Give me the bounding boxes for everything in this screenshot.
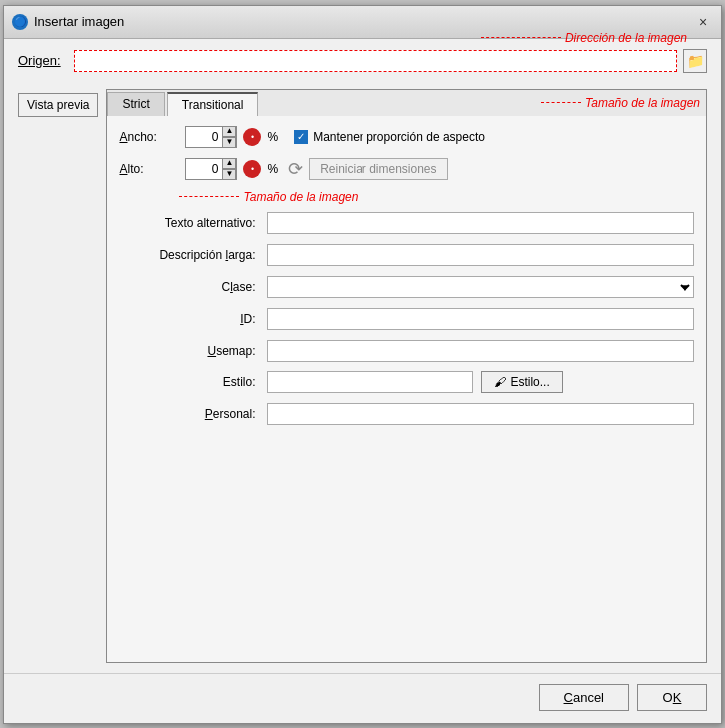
maintain-aspect-label: Mantener proporción de aspecto (313, 130, 485, 144)
maintain-aspect-checkbox[interactable]: ✓ (294, 130, 308, 144)
left-panel: Vista previa (18, 89, 98, 663)
width-label: Ancho: (119, 130, 179, 144)
style-btn-label: Estilo... (510, 375, 549, 389)
ok-button[interactable]: OK (637, 684, 707, 711)
maintain-aspect-row: ✓ Mantener proporción de aspecto (294, 130, 485, 144)
style-label: Estilo: (119, 375, 259, 389)
tab-panel: Strict Transitional Tamaño de la imagen … (106, 89, 707, 663)
id-label: ID: (119, 312, 259, 326)
class-select[interactable] (267, 276, 694, 298)
style-input[interactable] (267, 371, 473, 393)
width-percent-icon[interactable]: • (243, 128, 261, 146)
width-up-button[interactable]: ▲ (222, 126, 236, 137)
tab-strict[interactable]: Strict (107, 92, 164, 116)
alt-text-label: Texto alternativo: (119, 216, 259, 230)
width-down-button[interactable]: ▼ (222, 137, 236, 148)
class-label: Clase: (119, 280, 259, 294)
class-row: Clase: ▼ (119, 276, 694, 298)
content-area: Origen: 📁 Dirección de la imagen Vista p… (4, 39, 721, 673)
width-percent-label: % (267, 130, 278, 144)
origin-section: Origen: 📁 Dirección de la imagen (18, 49, 707, 81)
cancel-button[interactable]: Cancel (539, 684, 629, 711)
width-input[interactable] (186, 128, 222, 146)
close-button[interactable]: × (693, 12, 713, 32)
origin-row: Origen: 📁 (18, 49, 707, 73)
usemap-label: Usemap: (119, 344, 259, 358)
personal-label: Personal: (119, 407, 259, 421)
personal-input[interactable] (267, 403, 694, 425)
height-percent-dot: • (251, 164, 254, 174)
alt-text-row: Texto alternativo: (119, 212, 694, 234)
height-input[interactable] (186, 160, 222, 178)
long-desc-label: Descripción larga: (119, 248, 259, 262)
height-up-button[interactable]: ▲ (222, 158, 236, 169)
width-row: Ancho: ▲ ▼ • % ✓ (119, 126, 694, 148)
reset-label: Reiniciar dimensiones (320, 162, 436, 176)
annotation-size-top: Tamaño de la imagen (541, 90, 706, 116)
tab-bar: Strict Transitional Tamaño de la imagen (107, 90, 706, 116)
annotation-size-mid: Tamaño de la imagen (179, 190, 694, 204)
tab-content: Ancho: ▲ ▼ • % ✓ (107, 116, 706, 662)
height-spinner: ▲ ▼ (185, 158, 237, 180)
reset-dimensions-button[interactable]: Reiniciar dimensiones (309, 158, 447, 180)
long-desc-input[interactable] (267, 244, 694, 266)
width-percent-dot: • (251, 132, 254, 142)
style-button[interactable]: 🖌 Estilo... (481, 371, 562, 393)
title-bar-left: 🔵 Insertar imagen (12, 14, 124, 30)
alt-text-input[interactable] (267, 212, 694, 234)
insert-image-dialog: 🔵 Insertar imagen × Origen: 📁 Dirección … (3, 5, 722, 724)
style-icon: 🖌 (494, 375, 506, 389)
dialog-title: Insertar imagen (34, 14, 124, 29)
class-select-wrapper: ▼ (267, 276, 694, 298)
height-label: Alto: (119, 162, 179, 176)
dialog-icon: 🔵 (12, 14, 28, 30)
height-percent-label: % (267, 162, 278, 176)
height-spin-buttons: ▲ ▼ (222, 158, 236, 180)
style-row: Estilo: 🖌 Estilo... (119, 371, 694, 393)
refresh-icon: ⟳ (288, 158, 303, 180)
preview-button[interactable]: Vista previa (18, 93, 98, 117)
origin-input[interactable] (74, 50, 677, 72)
width-spinner: ▲ ▼ (185, 126, 237, 148)
button-row: Cancel OK (4, 673, 721, 723)
width-spin-buttons: ▲ ▼ (222, 126, 236, 148)
height-percent-icon[interactable]: • (243, 160, 261, 178)
tab-transitional[interactable]: Transitional (167, 92, 259, 116)
usemap-input[interactable] (267, 340, 694, 362)
height-down-button[interactable]: ▼ (222, 169, 236, 180)
personal-row: Personal: (119, 403, 694, 425)
usemap-row: Usemap: (119, 340, 694, 362)
browse-button[interactable]: 📁 (683, 49, 707, 73)
origin-label: Origen: (18, 53, 68, 68)
long-desc-row: Descripción larga: (119, 244, 694, 266)
id-row: ID: (119, 308, 694, 330)
annotation-url: Dirección de la imagen (481, 31, 687, 45)
height-row: Alto: ▲ ▼ • % ⟳ (119, 158, 694, 180)
tabs-and-panel: Vista previa Strict Transitional Tamaño … (18, 89, 707, 663)
id-input[interactable] (267, 308, 694, 330)
